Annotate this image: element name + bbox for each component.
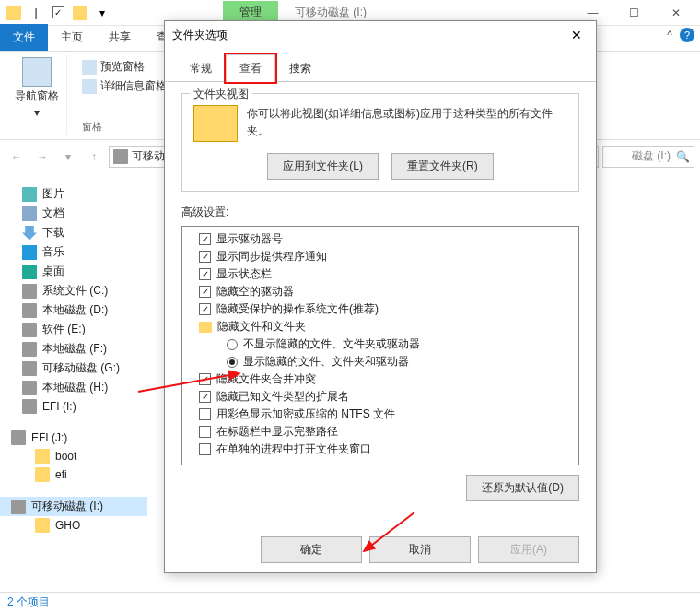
dropdown-icon: ▾ [34, 106, 40, 119]
tree-label: 本地磁盘 (D:) [42, 302, 108, 318]
up-button[interactable]: ↑ [83, 146, 105, 168]
tree-item[interactable]: 可移动磁盘 (G:) [0, 359, 147, 378]
setting-checkbox[interactable]: 隐藏已知文件类型的扩展名 [186, 388, 575, 406]
dialog-close-button[interactable]: ✕ [565, 28, 589, 42]
setting-label: 隐藏受保护的操作系统文件(推荐) [216, 301, 379, 317]
tree-label: GHO [55, 519, 80, 532]
nav-pane-button[interactable]: 导航窗格 ▾ [15, 57, 59, 119]
tree-item[interactable]: efi [0, 465, 147, 484]
cancel-button[interactable]: 取消 [369, 536, 471, 563]
tree-item[interactable]: 本地磁盘 (F:) [0, 339, 147, 359]
setting-radio[interactable]: 不显示隐藏的文件、文件夹或驱动器 [186, 335, 575, 353]
setting-label: 用彩色显示加密或压缩的 NTFS 文件 [216, 406, 395, 422]
collapse-ribbon-icon[interactable]: ^ [667, 29, 672, 41]
qat-dropdown-icon[interactable]: ▾ [92, 3, 112, 23]
search-placeholder: 磁盘 (I:) [632, 148, 671, 164]
tree-item[interactable]: 软件 (E:) [0, 320, 147, 339]
qat-divider: | [26, 3, 46, 23]
drive-icon [22, 284, 37, 299]
checkbox-icon [199, 286, 211, 298]
ribbon-tab-home[interactable]: 主页 [48, 24, 96, 51]
ok-button[interactable]: 确定 [261, 536, 362, 563]
tree-item[interactable]: 图片 [0, 184, 147, 204]
apply-to-folders-button[interactable]: 应用到文件夹(L) [267, 153, 379, 180]
apply-button[interactable]: 应用(A) [478, 536, 579, 563]
tab-general[interactable]: 常规 [176, 54, 226, 82]
tree-item[interactable]: 本地磁盘 (H:) [0, 378, 147, 397]
doc-icon [22, 206, 37, 221]
tab-view[interactable]: 查看 [226, 54, 275, 82]
drive-icon [22, 342, 37, 357]
checkbox-icon [199, 426, 211, 438]
tree-item[interactable]: 桌面 [0, 262, 147, 281]
preview-pane-icon [82, 60, 97, 75]
nav-pane-icon [22, 57, 52, 87]
tree-item[interactable]: 音乐 [0, 242, 147, 262]
setting-checkbox[interactable]: 在单独的进程中打开文件夹窗口 [186, 441, 575, 458]
folder-icon [35, 467, 50, 482]
setting-checkbox[interactable]: 在标题栏中显示完整路径 [186, 423, 575, 441]
group-description: 你可以将此视图(如详细信息或图标)应用于这种类型的所有文件夹。 [247, 105, 567, 140]
tab-search[interactable]: 搜索 [275, 54, 325, 82]
tree-label: 音乐 [42, 244, 64, 260]
item-count: 2 个项目 [7, 594, 50, 610]
forward-button[interactable]: → [31, 146, 53, 168]
search-box[interactable]: 磁盘 (I:) 🔍 [602, 146, 694, 168]
tree-label: 图片 [42, 186, 64, 202]
dialog-titlebar: 文件夹选项 ✕ [165, 21, 596, 49]
tree-item[interactable]: GHO [0, 516, 147, 535]
help-icon[interactable]: ? [680, 28, 694, 42]
tree-item[interactable]: EFI (J:) [0, 429, 147, 447]
setting-label: 显示同步提供程序通知 [216, 249, 327, 265]
folder-large-icon [193, 105, 238, 142]
drive-icon [22, 303, 37, 318]
tree-label: EFI (I:) [42, 400, 76, 413]
tree-item[interactable]: EFI (I:) [0, 397, 147, 416]
reset-folders-button[interactable]: 重置文件夹(R) [391, 153, 494, 180]
dialog-tabs: 常规 查看 搜索 [165, 54, 596, 82]
checkbox-qat-icon[interactable] [48, 3, 68, 23]
preview-pane-button[interactable]: 预览窗格 [82, 57, 145, 76]
setting-checkbox[interactable]: 隐藏受保护的操作系统文件(推荐) [186, 300, 575, 318]
down-icon [22, 226, 37, 241]
setting-checkbox[interactable]: 显示驱动器号 [186, 230, 575, 248]
tree-label: 文档 [42, 206, 64, 221]
radio-icon [227, 339, 238, 350]
close-button[interactable]: ✕ [655, 0, 696, 26]
status-bar: 2 个项目 [0, 592, 700, 612]
tree-label: 可移动磁盘 (I:) [31, 499, 103, 514]
details-pane-icon [82, 79, 97, 94]
checkbox-icon [199, 303, 211, 315]
tree-item[interactable]: 系统文件 (C:) [0, 281, 147, 300]
checkbox-icon [199, 233, 211, 245]
tree-label: 可移动磁盘 (G:) [42, 360, 120, 376]
back-button[interactable]: ← [6, 146, 28, 168]
nav-tree[interactable]: 图片文档下载音乐桌面系统文件 (C:)本地磁盘 (D:)软件 (E:)本地磁盘 … [0, 181, 147, 590]
setting-checkbox[interactable]: 隐藏空的驱动器 [186, 283, 575, 300]
drive-icon [22, 361, 37, 376]
setting-checkbox[interactable]: 用彩色显示加密或压缩的 NTFS 文件 [186, 406, 575, 423]
radio-icon [227, 357, 238, 368]
setting-checkbox[interactable]: 显示状态栏 [186, 265, 575, 283]
ribbon-tab-share[interactable]: 共享 [96, 24, 144, 51]
folder-icon [199, 322, 212, 333]
restore-defaults-button[interactable]: 还原为默认值(D) [466, 475, 579, 501]
details-pane-button[interactable]: 详细信息窗格 [82, 76, 167, 96]
advanced-settings-list[interactable]: 显示驱动器号显示同步提供程序通知显示状态栏隐藏空的驱动器隐藏受保护的操作系统文件… [181, 226, 579, 465]
setting-checkbox[interactable]: 显示同步提供程序通知 [186, 248, 575, 265]
setting-checkbox[interactable]: 隐藏文件夹合并冲突 [186, 371, 575, 388]
tree-item[interactable]: boot [0, 447, 147, 465]
drive-icon [22, 323, 37, 337]
maximize-button[interactable]: ☐ [613, 0, 655, 26]
tree-item[interactable]: 文档 [0, 204, 147, 223]
file-tab[interactable]: 文件 [0, 24, 48, 51]
nav-pane-label: 导航窗格 [15, 88, 59, 104]
recent-dropdown-icon[interactable]: ▾ [57, 146, 79, 168]
tree-item-selected[interactable]: 可移动磁盘 (I:) [0, 497, 147, 516]
tree-item[interactable]: 下载 [0, 223, 147, 242]
tree-item[interactable]: 本地磁盘 (D:) [0, 300, 147, 320]
setting-radio[interactable]: 显示隐藏的文件、文件夹和驱动器 [186, 353, 575, 371]
quick-access-toolbar: | ▾ [4, 3, 112, 23]
ribbon-group-label: 窗格 [82, 120, 102, 134]
help-controls: ^ ? [667, 28, 694, 42]
